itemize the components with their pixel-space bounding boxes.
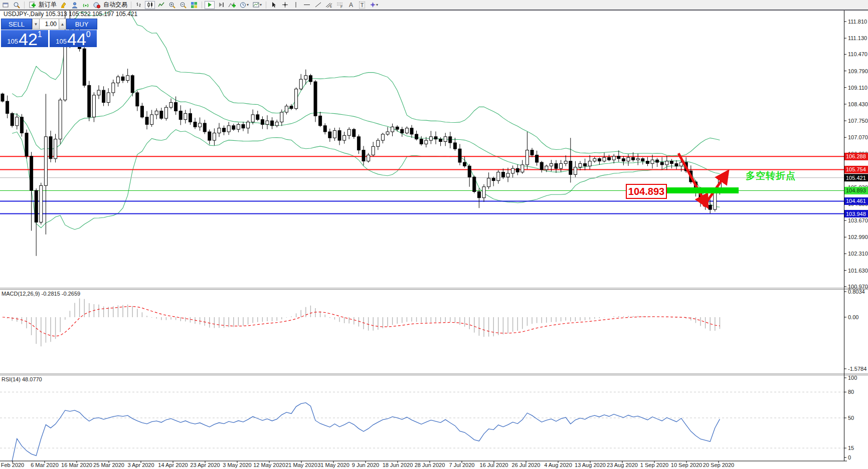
svg-text:12 May 2020: 12 May 2020: [253, 462, 285, 468]
svg-text:100: 100: [848, 375, 857, 381]
svg-text:111.130: 111.130: [848, 35, 867, 41]
templates-icon[interactable]: ▾: [251, 1, 263, 9]
autotrade-icon[interactable]: [92, 1, 102, 9]
chart-shift-icon[interactable]: [216, 1, 226, 9]
volume-input[interactable]: 1.00: [40, 19, 59, 30]
buy-button[interactable]: BUY: [66, 19, 97, 30]
toolbar: 新订单 自动交易 ▾ ▾ E F A T ▾: [0, 0, 868, 11]
crosshair-icon[interactable]: [280, 1, 290, 9]
bar-chart-mode-icon[interactable]: [134, 1, 144, 9]
price-tag-103.948: 103.948: [844, 210, 868, 217]
date-axis: Feb 20206 Mar 202016 Mar 202025 Mar 2020…: [1, 461, 734, 468]
sell-price-big: 42: [19, 32, 38, 47]
svg-text:9 Jun 2020: 9 Jun 2020: [352, 462, 379, 468]
svg-text:23 Aug 2020: 23 Aug 2020: [607, 462, 638, 468]
text-icon[interactable]: A: [346, 1, 356, 9]
svg-text:107.750: 107.750: [848, 118, 868, 124]
price-tag-104.461: 104.461: [844, 197, 868, 205]
svg-text:103.948: 103.948: [846, 211, 866, 217]
svg-text:80: 80: [848, 389, 854, 395]
window-icon[interactable]: [1, 1, 11, 9]
support-zone-bar[interactable]: [667, 187, 739, 193]
svg-text:0: 0: [848, 454, 851, 460]
candlestick-mode-icon[interactable]: [145, 1, 155, 9]
svg-text:Feb 2020: Feb 2020: [1, 462, 24, 468]
channel-icon[interactable]: E: [324, 1, 334, 9]
periods-icon[interactable]: ▾: [238, 1, 250, 9]
profiles-icon[interactable]: [70, 1, 80, 9]
svg-text:108.430: 108.430: [848, 101, 868, 107]
auto-trade-label[interactable]: 自动交易: [103, 1, 127, 9]
styler-icon[interactable]: [59, 1, 69, 9]
buy-quote[interactable]: 105440: [50, 30, 97, 47]
preview-icon[interactable]: [12, 1, 22, 9]
trendline-icon[interactable]: [313, 1, 323, 9]
mt4-window: 111.810111.130110.470109.790109.110108.4…: [0, 0, 868, 469]
chart-background[interactable]: [0, 10, 868, 469]
svg-text:10 Sep 2020: 10 Sep 2020: [671, 462, 702, 468]
line-chart-mode-icon[interactable]: [156, 1, 166, 9]
svg-text:13 Aug 2020: 13 Aug 2020: [575, 462, 606, 468]
new-order-icon[interactable]: [27, 1, 38, 9]
svg-text:26 Jul 2020: 26 Jul 2020: [512, 462, 541, 468]
svg-text:104.893: 104.893: [846, 187, 866, 193]
svg-text:3 May 2020: 3 May 2020: [223, 462, 251, 468]
auto-scroll-icon[interactable]: [205, 1, 215, 9]
text-label-icon[interactable]: T: [357, 1, 367, 9]
new-order-label[interactable]: 新订单: [39, 1, 57, 9]
rsi-value: 48.0770: [22, 376, 42, 382]
cursor-icon[interactable]: [269, 1, 279, 9]
svg-text:111.810: 111.810: [848, 19, 867, 25]
price-level-callout[interactable]: 104.893: [626, 184, 667, 199]
price-tag-104.893: 104.893: [844, 187, 868, 194]
svg-text:23 Apr 2020: 23 Apr 2020: [190, 462, 220, 468]
signal-icon[interactable]: [81, 1, 91, 9]
horizontal-line-icon[interactable]: [302, 1, 312, 9]
zoom-in-icon[interactable]: [167, 1, 177, 9]
svg-text:20 Sep 2020: 20 Sep 2020: [703, 462, 734, 468]
svg-text:50: 50: [848, 415, 854, 421]
macd-label: MACD(12,26,9) -0.2815 -0.2659: [2, 291, 80, 297]
svg-text:-1.5784: -1.5784: [848, 366, 866, 372]
svg-text:1 Sep 2020: 1 Sep 2020: [640, 462, 668, 468]
svg-text:0.00: 0.00: [848, 314, 858, 320]
sell-button[interactable]: SELL: [1, 19, 32, 30]
svg-text:106.288: 106.288: [846, 153, 866, 159]
svg-text:7 Jul 2020: 7 Jul 2020: [449, 462, 475, 468]
svg-text:0.8034: 0.8034: [848, 289, 865, 295]
svg-text:28 Jun 2020: 28 Jun 2020: [415, 462, 445, 468]
tile-windows-icon[interactable]: [189, 1, 199, 9]
chart-plot-area[interactable]: 111.810111.130110.470109.790109.110108.4…: [0, 0, 868, 469]
svg-text:18 Jun 2020: 18 Jun 2020: [383, 462, 413, 468]
turning-point-label[interactable]: 多空转折点: [746, 169, 796, 182]
svg-text:104.461: 104.461: [846, 198, 866, 204]
arrows-tool-icon[interactable]: ▾: [368, 1, 380, 9]
buy-price-prefix: 105: [56, 37, 67, 47]
svg-text:101.630: 101.630: [848, 268, 868, 274]
zoom-out-icon[interactable]: [178, 1, 188, 9]
svg-text:25 Mar 2020: 25 Mar 2020: [93, 462, 124, 468]
chart-title: USDJPY-,Daily 105.313 105.522 105.197 10…: [4, 11, 137, 18]
sell-price-prefix: 105: [7, 37, 18, 47]
indicators-icon[interactable]: [227, 1, 237, 9]
volume-down-button[interactable]: ▼: [32, 19, 40, 30]
fibonacci-icon[interactable]: F: [335, 1, 345, 9]
price-tag-106.288: 106.288: [844, 153, 868, 160]
macd-value-main: -0.2815: [41, 291, 60, 297]
sell-quote[interactable]: 105421: [1, 30, 48, 47]
svg-text:105.421: 105.421: [846, 175, 866, 181]
svg-text:102.310: 102.310: [848, 251, 868, 257]
vertical-line-icon[interactable]: [291, 1, 301, 9]
svg-text:3 Apr 2020: 3 Apr 2020: [127, 462, 154, 468]
rsi-label: RSI(14) 48.0770: [2, 376, 42, 382]
one-click-trading-panel: SELL ▼ 1.00 ▲ BUY 105421 105440: [1, 19, 97, 47]
svg-text:110.470: 110.470: [848, 51, 867, 57]
volume-up-button[interactable]: ▲: [59, 19, 66, 30]
svg-text:102.990: 102.990: [848, 234, 868, 240]
svg-text:4 Aug 2020: 4 Aug 2020: [544, 462, 572, 468]
buy-price-pip: 0: [86, 31, 91, 38]
svg-text:6 Mar 2020: 6 Mar 2020: [31, 462, 59, 468]
svg-text:F: F: [340, 5, 342, 9]
svg-text:21 May 2020: 21 May 2020: [285, 462, 317, 468]
svg-text:105.754: 105.754: [846, 166, 866, 172]
